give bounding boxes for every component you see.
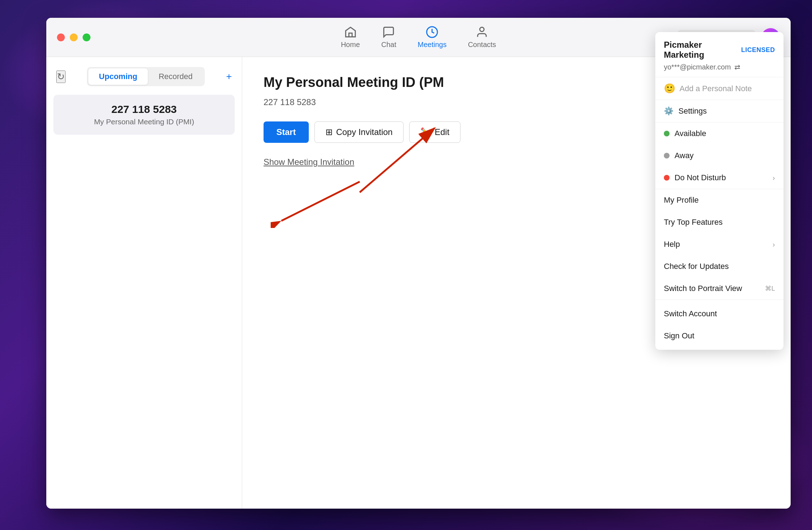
sidebar-header: ↻ Upcoming Recorded + <box>46 67 242 95</box>
refresh-button[interactable]: ↻ <box>56 71 66 83</box>
dnd-label: Do Not Disturb <box>675 173 726 182</box>
dropdown-item-dnd[interactable]: Do Not Disturb › <box>655 167 784 189</box>
portrait-view-label: Switch to Portrait View <box>664 284 742 293</box>
svg-rect-0 <box>349 33 352 37</box>
nav-item-home[interactable]: Home <box>341 26 360 49</box>
dropdown-email: yo***@picmaker.com <box>664 63 731 71</box>
show-invitation-link[interactable]: Show Meeting Invitation <box>264 157 354 167</box>
dropdown-section-account: Switch Account Sign Out <box>655 300 784 350</box>
dropdown-note-row[interactable]: 🙂 Add a Personal Note <box>655 77 784 100</box>
away-label: Away <box>675 151 693 160</box>
personal-note-placeholder: Add a Personal Note <box>680 84 752 93</box>
svg-line-6 <box>281 182 360 221</box>
nav-label-home: Home <box>341 41 360 49</box>
available-label: Available <box>675 129 706 138</box>
portrait-shortcut: ⌘L <box>765 285 775 292</box>
available-status-dot <box>664 131 670 136</box>
dropdown-email-row: yo***@picmaker.com ⇄ <box>664 63 775 71</box>
copy-icon: ⊞ <box>326 127 333 137</box>
tab-group: Upcoming Recorded <box>87 67 205 86</box>
edit-icon: ✏️ <box>420 127 431 137</box>
nav-label-contacts: Contacts <box>468 41 496 49</box>
my-profile-label: My Profile <box>664 196 699 205</box>
meeting-card[interactable]: 227 118 5283 My Personal Meeting ID (PMI… <box>53 95 235 135</box>
gear-icon: ⚙️ <box>664 106 673 116</box>
email-settings-icon[interactable]: ⇄ <box>734 63 740 71</box>
nav-bar: Home Chat Meetings <box>341 26 496 49</box>
dropdown-section-status: Available Away Do Not Disturb › <box>655 123 784 189</box>
nav-label-chat: Chat <box>381 41 396 49</box>
meeting-id-number: 227 118 5283 <box>62 103 226 115</box>
add-meeting-button[interactable]: + <box>226 71 232 82</box>
traffic-lights <box>57 33 90 41</box>
arrow-annotation-2 <box>271 175 378 228</box>
minimize-button[interactable] <box>70 33 78 41</box>
nav-item-chat[interactable]: Chat <box>381 26 396 49</box>
nav-item-meetings[interactable]: Meetings <box>418 26 447 49</box>
edit-button[interactable]: ✏️ Edit <box>409 121 460 143</box>
close-button[interactable] <box>57 33 65 41</box>
dropdown-item-left-settings: ⚙️ Settings <box>664 106 707 116</box>
settings-label: Settings <box>678 106 707 116</box>
dropdown-header: Picmaker Marketing LICENSED yo***@picmak… <box>655 32 784 77</box>
dropdown-user-row: Picmaker Marketing LICENSED <box>664 40 775 60</box>
licensed-badge: LICENSED <box>741 46 775 54</box>
away-status-dot <box>664 153 670 159</box>
copy-invitation-button[interactable]: ⊞ Copy Invitation <box>314 121 404 143</box>
dropdown-item-available[interactable]: Available <box>655 123 784 145</box>
nav-label-meetings: Meetings <box>418 41 447 49</box>
chevron-right-help-icon: › <box>772 240 775 249</box>
nav-item-contacts[interactable]: Contacts <box>468 26 496 49</box>
dnd-status-dot <box>664 175 670 181</box>
dropdown-item-settings[interactable]: ⚙️ Settings <box>655 100 784 122</box>
check-updates-label: Check for Updates <box>664 262 729 271</box>
profile-dropdown: Picmaker Marketing LICENSED yo***@picmak… <box>655 32 784 350</box>
fullscreen-button[interactable] <box>83 33 90 41</box>
try-features-label: Try Top Features <box>664 218 723 227</box>
svg-point-2 <box>480 27 484 32</box>
start-button[interactable]: Start <box>264 121 309 143</box>
tab-recorded[interactable]: Recorded <box>148 68 203 85</box>
dropdown-item-portrait-view[interactable]: Switch to Portrait View ⌘L <box>655 277 784 300</box>
tab-upcoming[interactable]: Upcoming <box>88 68 148 85</box>
dropdown-item-try-features[interactable]: Try Top Features <box>655 211 784 233</box>
dropdown-item-check-updates[interactable]: Check for Updates <box>655 255 784 277</box>
sign-out-label: Sign Out <box>664 331 694 341</box>
smile-icon: 🙂 <box>664 83 675 94</box>
dropdown-item-my-profile[interactable]: My Profile <box>655 189 784 211</box>
dropdown-section-settings: ⚙️ Settings <box>655 100 784 123</box>
dropdown-item-help[interactable]: Help › <box>655 233 784 255</box>
sidebar: ↻ Upcoming Recorded + 227 118 5283 My Pe… <box>46 57 242 509</box>
dropdown-item-switch-account[interactable]: Switch Account <box>655 303 784 325</box>
meeting-id-label: My Personal Meeting ID (PMI) <box>62 118 226 126</box>
dropdown-item-away[interactable]: Away <box>655 145 784 167</box>
chevron-right-icon: › <box>772 174 775 182</box>
dropdown-section-main: My Profile Try Top Features Help › Check… <box>655 189 784 300</box>
help-label: Help <box>664 240 680 249</box>
dropdown-item-sign-out[interactable]: Sign Out <box>655 325 784 347</box>
switch-account-label: Switch Account <box>664 309 717 318</box>
dropdown-username: Picmaker Marketing <box>664 40 741 60</box>
